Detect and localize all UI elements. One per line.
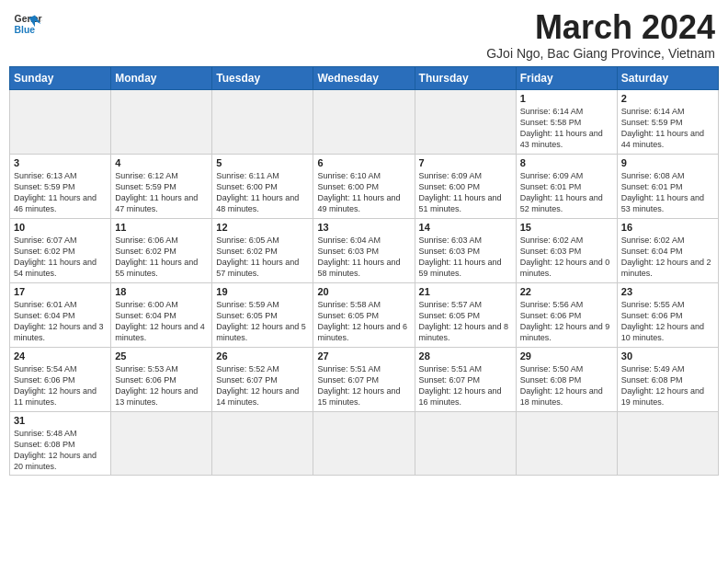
day-number: 16 xyxy=(621,222,714,233)
calendar-cell: 1Sunrise: 6:14 AM Sunset: 5:58 PM Daylig… xyxy=(516,89,617,154)
calendar-cell: 16Sunrise: 6:02 AM Sunset: 6:04 PM Dayli… xyxy=(617,218,718,282)
calendar-cell: 3Sunrise: 6:13 AM Sunset: 5:59 PM Daylig… xyxy=(10,154,111,218)
day-number: 28 xyxy=(419,350,512,362)
day-info: Sunrise: 5:59 AM Sunset: 6:05 PM Dayligh… xyxy=(216,299,309,344)
day-number: 31 xyxy=(14,415,107,426)
calendar-table: SundayMondayTuesdayWednesdayThursdayFrid… xyxy=(9,66,719,477)
day-info: Sunrise: 6:02 AM Sunset: 6:03 PM Dayligh… xyxy=(520,235,613,280)
weekday-header-wednesday: Wednesday xyxy=(313,66,415,89)
calendar-cell: 30Sunrise: 5:49 AM Sunset: 6:08 PM Dayli… xyxy=(617,347,718,411)
day-number: 1 xyxy=(520,93,613,104)
weekday-header-sunday: Sunday xyxy=(10,66,111,89)
calendar-cell: 22Sunrise: 5:56 AM Sunset: 6:06 PM Dayli… xyxy=(516,282,617,347)
calendar-cell xyxy=(313,411,415,476)
day-info: Sunrise: 6:11 AM Sunset: 6:00 PM Dayligh… xyxy=(216,170,309,215)
day-info: Sunrise: 6:03 AM Sunset: 6:03 PM Dayligh… xyxy=(419,235,512,280)
day-info: Sunrise: 5:48 AM Sunset: 6:08 PM Dayligh… xyxy=(14,428,107,473)
week-row-2: 3Sunrise: 6:13 AM Sunset: 5:59 PM Daylig… xyxy=(10,154,719,218)
location-subtitle: GJoi Ngo, Bac Giang Province, Vietnam xyxy=(486,46,715,61)
day-info: Sunrise: 6:07 AM Sunset: 6:02 PM Dayligh… xyxy=(14,235,107,280)
day-number: 25 xyxy=(115,350,208,362)
weekday-header-thursday: Thursday xyxy=(415,66,516,89)
calendar-cell xyxy=(313,89,415,154)
calendar-cell: 13Sunrise: 6:04 AM Sunset: 6:03 PM Dayli… xyxy=(313,218,415,282)
day-info: Sunrise: 5:50 AM Sunset: 6:08 PM Dayligh… xyxy=(520,363,613,408)
day-number: 20 xyxy=(317,286,410,297)
calendar-cell: 15Sunrise: 6:02 AM Sunset: 6:03 PM Dayli… xyxy=(516,218,617,282)
day-number: 5 xyxy=(216,157,309,168)
calendar-cell: 25Sunrise: 5:53 AM Sunset: 6:06 PM Dayli… xyxy=(111,347,212,411)
day-number: 3 xyxy=(14,157,107,168)
calendar-cell: 6Sunrise: 6:10 AM Sunset: 6:00 PM Daylig… xyxy=(313,154,415,218)
calendar-cell xyxy=(617,411,718,476)
calendar-cell: 7Sunrise: 6:09 AM Sunset: 6:00 PM Daylig… xyxy=(415,154,516,218)
day-info: Sunrise: 6:12 AM Sunset: 5:59 PM Dayligh… xyxy=(115,170,208,215)
calendar-cell: 28Sunrise: 5:51 AM Sunset: 6:07 PM Dayli… xyxy=(415,347,516,411)
day-number: 23 xyxy=(621,286,714,297)
day-number: 27 xyxy=(317,350,410,362)
calendar-cell xyxy=(415,89,516,154)
calendar-cell: 27Sunrise: 5:51 AM Sunset: 6:07 PM Dayli… xyxy=(313,347,415,411)
calendar-cell: 19Sunrise: 5:59 AM Sunset: 6:05 PM Dayli… xyxy=(212,282,313,347)
day-info: Sunrise: 5:58 AM Sunset: 6:05 PM Dayligh… xyxy=(317,299,410,344)
day-number: 18 xyxy=(115,286,208,297)
calendar-cell: 10Sunrise: 6:07 AM Sunset: 6:02 PM Dayli… xyxy=(10,218,111,282)
day-number: 12 xyxy=(216,222,309,233)
day-number: 19 xyxy=(216,286,309,297)
calendar-cell xyxy=(212,89,313,154)
day-info: Sunrise: 6:00 AM Sunset: 6:04 PM Dayligh… xyxy=(115,299,208,344)
day-number: 26 xyxy=(216,350,309,362)
weekday-header-saturday: Saturday xyxy=(617,66,718,89)
title-section: March 2024 GJoi Ngo, Bac Giang Province,… xyxy=(486,9,715,61)
day-number: 8 xyxy=(520,157,613,168)
day-number: 21 xyxy=(419,286,512,297)
day-info: Sunrise: 6:05 AM Sunset: 6:02 PM Dayligh… xyxy=(216,235,309,280)
calendar-cell: 20Sunrise: 5:58 AM Sunset: 6:05 PM Dayli… xyxy=(313,282,415,347)
day-info: Sunrise: 6:02 AM Sunset: 6:04 PM Dayligh… xyxy=(621,235,714,280)
calendar-cell: 18Sunrise: 6:00 AM Sunset: 6:04 PM Dayli… xyxy=(111,282,212,347)
day-info: Sunrise: 5:51 AM Sunset: 6:07 PM Dayligh… xyxy=(419,363,512,408)
day-number: 11 xyxy=(115,222,208,233)
day-info: Sunrise: 6:08 AM Sunset: 6:01 PM Dayligh… xyxy=(621,170,714,215)
day-info: Sunrise: 6:14 AM Sunset: 5:59 PM Dayligh… xyxy=(621,106,714,151)
week-row-5: 24Sunrise: 5:54 AM Sunset: 6:06 PM Dayli… xyxy=(10,347,719,411)
day-info: Sunrise: 6:09 AM Sunset: 6:01 PM Dayligh… xyxy=(520,170,613,215)
day-number: 4 xyxy=(115,157,208,168)
calendar-cell: 5Sunrise: 6:11 AM Sunset: 6:00 PM Daylig… xyxy=(212,154,313,218)
day-number: 14 xyxy=(419,222,512,233)
logo: General Blue xyxy=(13,9,42,39)
calendar-cell: 12Sunrise: 6:05 AM Sunset: 6:02 PM Dayli… xyxy=(212,218,313,282)
day-info: Sunrise: 6:09 AM Sunset: 6:00 PM Dayligh… xyxy=(419,170,512,215)
week-row-3: 10Sunrise: 6:07 AM Sunset: 6:02 PM Dayli… xyxy=(10,218,719,282)
calendar-cell xyxy=(10,89,111,154)
day-number: 9 xyxy=(621,157,714,168)
day-number: 17 xyxy=(14,286,107,297)
day-number: 30 xyxy=(621,350,714,362)
svg-text:Blue: Blue xyxy=(15,25,36,35)
day-info: Sunrise: 6:01 AM Sunset: 6:04 PM Dayligh… xyxy=(14,299,107,344)
day-number: 7 xyxy=(419,157,512,168)
weekday-header-tuesday: Tuesday xyxy=(212,66,313,89)
week-row-1: 1Sunrise: 6:14 AM Sunset: 5:58 PM Daylig… xyxy=(10,89,719,154)
calendar-cell: 2Sunrise: 6:14 AM Sunset: 5:59 PM Daylig… xyxy=(617,89,718,154)
day-info: Sunrise: 5:57 AM Sunset: 6:05 PM Dayligh… xyxy=(419,299,512,344)
weekday-header-monday: Monday xyxy=(111,66,212,89)
calendar-cell: 24Sunrise: 5:54 AM Sunset: 6:06 PM Dayli… xyxy=(10,347,111,411)
day-info: Sunrise: 5:52 AM Sunset: 6:07 PM Dayligh… xyxy=(216,363,309,408)
day-number: 29 xyxy=(520,350,613,362)
day-number: 22 xyxy=(520,286,613,297)
day-info: Sunrise: 6:06 AM Sunset: 6:02 PM Dayligh… xyxy=(115,235,208,280)
week-row-4: 17Sunrise: 6:01 AM Sunset: 6:04 PM Dayli… xyxy=(10,282,719,347)
week-row-6: 31Sunrise: 5:48 AM Sunset: 6:08 PM Dayli… xyxy=(10,411,719,476)
calendar-cell: 21Sunrise: 5:57 AM Sunset: 6:05 PM Dayli… xyxy=(415,282,516,347)
calendar-cell: 8Sunrise: 6:09 AM Sunset: 6:01 PM Daylig… xyxy=(516,154,617,218)
day-number: 13 xyxy=(317,222,410,233)
day-info: Sunrise: 5:56 AM Sunset: 6:06 PM Dayligh… xyxy=(520,299,613,344)
calendar-cell xyxy=(415,411,516,476)
calendar-cell xyxy=(111,411,212,476)
day-number: 15 xyxy=(520,222,613,233)
calendar-cell: 17Sunrise: 6:01 AM Sunset: 6:04 PM Dayli… xyxy=(10,282,111,347)
day-info: Sunrise: 6:10 AM Sunset: 6:00 PM Dayligh… xyxy=(317,170,410,215)
svg-text:General: General xyxy=(15,14,42,24)
day-info: Sunrise: 6:13 AM Sunset: 5:59 PM Dayligh… xyxy=(14,170,107,215)
